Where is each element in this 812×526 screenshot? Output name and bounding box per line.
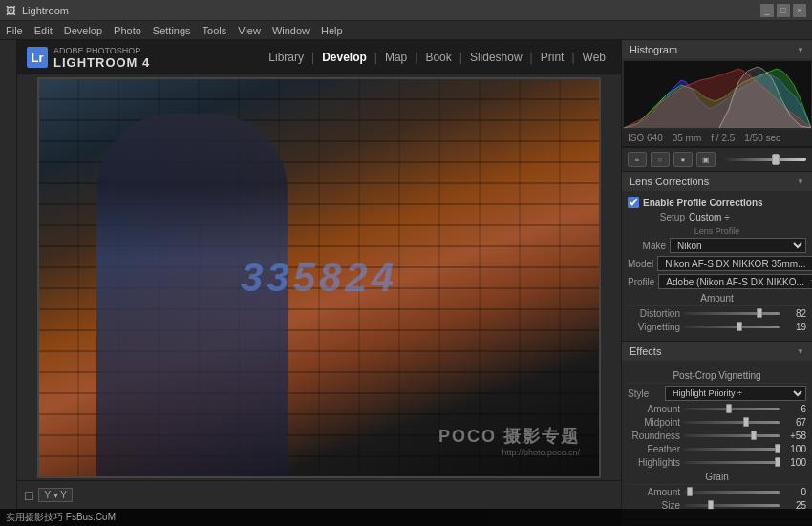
photo-image: 335824 POCO 摄影专题 http://photo.poco.cn/ — [39, 79, 599, 476]
module-print[interactable]: Print — [535, 48, 570, 67]
vignetting-thumb[interactable] — [737, 322, 742, 331]
style-select[interactable]: Highlight Priority ÷ — [665, 386, 806, 401]
grain-size-slider[interactable] — [684, 504, 780, 507]
profile-select[interactable]: Adobe (Nikon AF-S DX NIKKO... — [658, 274, 812, 289]
minimize-button[interactable]: _ — [760, 4, 774, 17]
lens-corrections-header[interactable]: Lens Corrections ▼ — [622, 172, 812, 191]
bottom-frame-icon[interactable]: □ — [25, 488, 32, 503]
module-slideshow[interactable]: Slideshow — [464, 48, 528, 67]
lens-profile-label: Lens Profile — [628, 226, 806, 236]
effect-amount-slider[interactable] — [684, 408, 780, 410]
module-sep-4: | — [459, 51, 462, 64]
feather-row: Feather 100 — [628, 444, 806, 454]
menu-develop[interactable]: Develop — [64, 25, 102, 36]
roundness-value: +58 — [783, 431, 806, 441]
grain-amount-thumb[interactable] — [687, 487, 693, 496]
app-icon: 🖼 — [6, 5, 16, 16]
feather-label: Feather — [628, 444, 680, 454]
menu-window[interactable]: Window — [272, 25, 310, 36]
grain-amount-value: 0 — [783, 487, 806, 497]
lr-title: LIGHTROOM 4 — [53, 55, 150, 70]
menu-bar: File Edit Develop Photo Settings Tools V… — [0, 21, 812, 40]
effects-header[interactable]: Effects ▼ — [622, 342, 812, 361]
feather-slider[interactable] — [684, 448, 780, 451]
vignetting-slider[interactable] — [684, 326, 780, 328]
module-book[interactable]: Book — [419, 48, 457, 67]
model-label: Model — [628, 259, 653, 269]
midpoint-thumb[interactable] — [743, 417, 749, 427]
menu-file[interactable]: File — [6, 25, 23, 36]
effects-collapse-icon: ▼ — [797, 347, 804, 356]
module-web[interactable]: Web — [577, 48, 611, 67]
enable-profile-checkbox[interactable] — [628, 197, 639, 208]
exif-iso: ISO 640 — [628, 133, 663, 143]
app-title: Lightroom — [22, 5, 69, 16]
fsbiz-watermark-bar: 实用摄影技巧 FsBus.CoM — [0, 509, 812, 526]
distortion-thumb[interactable] — [757, 308, 762, 318]
highlights-slider[interactable] — [684, 461, 780, 464]
distortion-slider[interactable] — [684, 312, 780, 315]
exif-bar: ISO 640 35 mm f / 2.5 1/50 sec — [622, 130, 812, 147]
roundness-thumb[interactable] — [751, 431, 757, 440]
tool-amount-slider[interactable] — [719, 158, 806, 161]
vignetting-row: Vignetting 19 — [628, 322, 806, 332]
lr-logo: Lr ADOBE PHOTOSHOP LIGHTROOM 4 — [27, 46, 150, 70]
tool-circle-icon[interactable]: ○ — [651, 152, 670, 167]
tool-square-icon[interactable]: ▣ — [696, 152, 716, 167]
menu-view[interactable]: View — [238, 25, 261, 36]
profile-row: Profile Adobe (Nikon AF-S DX NIKKO... — [628, 274, 806, 289]
poco-main-text: POCO 摄影专题 — [438, 425, 580, 448]
right-panel: Histogram ▼ ISO 640 35 mm f — [621, 40, 812, 526]
histogram-section: Histogram ▼ ISO 640 35 mm f — [622, 40, 812, 148]
highlights-label: Highlights — [628, 457, 680, 468]
module-sep-6: | — [571, 51, 574, 64]
roundness-row: Roundness +58 — [628, 431, 806, 441]
tool-filled-circle-icon[interactable]: ● — [673, 152, 693, 167]
module-sep-2: | — [374, 51, 377, 64]
menu-settings[interactable]: Settings — [153, 25, 191, 36]
grain-amount-slider[interactable] — [684, 491, 780, 494]
feather-thumb[interactable] — [775, 444, 780, 453]
effect-amount-thumb[interactable] — [726, 404, 732, 413]
histogram-collapse-icon: ▼ — [797, 46, 804, 54]
roundness-slider[interactable] — [684, 434, 780, 437]
tool-slider-thumb[interactable] — [772, 154, 780, 165]
effects-section: Effects ▼ Post-Crop Vignetting Style Hig… — [622, 342, 812, 520]
menu-photo[interactable]: Photo — [114, 25, 141, 36]
bottom-y-control[interactable]: Y ▾ Y — [38, 488, 73, 502]
module-map[interactable]: Map — [379, 48, 413, 67]
tool-grid-icon[interactable]: ≡ — [628, 152, 647, 167]
module-sep-3: | — [415, 51, 417, 64]
highlights-thumb[interactable] — [775, 457, 780, 467]
histogram-header[interactable]: Histogram ▼ — [622, 40, 812, 59]
grain-section-title: Grain — [628, 472, 806, 485]
lr-badge: Lr — [27, 47, 48, 68]
module-library[interactable]: Library — [263, 48, 310, 67]
make-label: Make — [628, 241, 666, 251]
make-select[interactable]: Nikon — [670, 238, 806, 253]
grain-amount-label: Amount — [628, 487, 680, 497]
menu-help[interactable]: Help — [321, 25, 343, 36]
poco-url-text: http://photo.poco.cn/ — [438, 448, 580, 457]
vignette-section-title: Post-Crop Vignetting — [628, 370, 806, 384]
close-button[interactable]: × — [793, 4, 806, 17]
midpoint-row: Midpoint 67 — [628, 417, 806, 428]
effect-amount-value: -6 — [783, 404, 806, 414]
enable-profile-row: Enable Profile Corrections — [628, 197, 806, 208]
setup-label: Setup — [628, 212, 685, 222]
midpoint-value: 67 — [783, 417, 806, 428]
module-develop[interactable]: Develop — [316, 48, 373, 67]
fsbiz-text: 实用摄影技巧 FsBus.CoM — [6, 512, 116, 522]
model-select[interactable]: Nikon AF-S DX NIKKOR 35mm... — [657, 256, 812, 271]
midpoint-slider[interactable] — [684, 421, 780, 424]
menu-tools[interactable]: Tools — [203, 25, 227, 36]
effects-title: Effects — [630, 346, 661, 357]
lr-subtitle: ADOBE PHOTOSHOP — [53, 46, 150, 55]
menu-edit[interactable]: Edit — [34, 25, 53, 36]
maximize-button[interactable]: □ — [777, 4, 790, 17]
lens-corrections-title: Lens Corrections — [630, 176, 709, 187]
histogram-title: Histogram — [630, 44, 677, 55]
module-sep-1: | — [311, 51, 314, 64]
title-bar: 🖼 Lightroom _ □ × — [0, 0, 812, 21]
photo-area: 335824 POCO 摄影专题 http://photo.poco.cn/ — [17, 74, 621, 480]
